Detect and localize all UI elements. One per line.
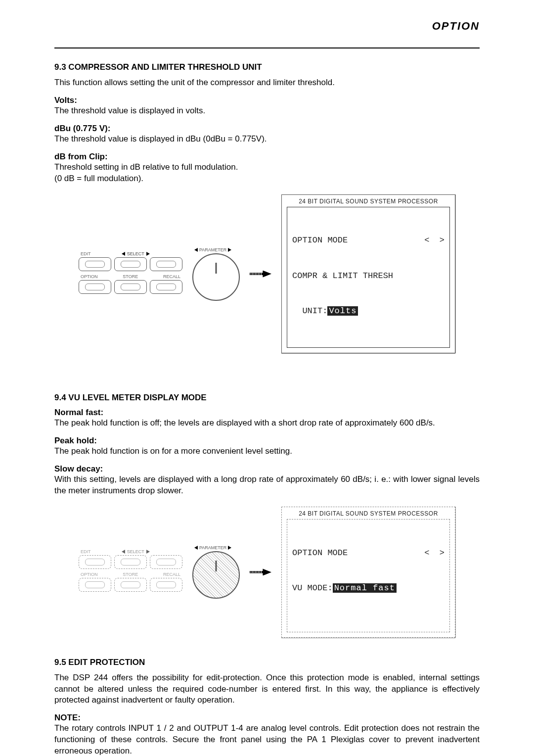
lcd-screen: OPTION MODE < > COMPR & LIMIT THRESH UNI…: [287, 207, 450, 348]
lcd-display-2: 24 BIT DIGITAL SOUND SYSTEM PROCESSOR OP…: [281, 507, 455, 637]
arrow-right-icon: [250, 568, 271, 575]
section-95-p1: The DSP 244 offers the possibility for e…: [54, 672, 480, 707]
peakhold-text: The peak hold function is on for a more …: [54, 446, 480, 457]
slowdecay-text: With this setting, levels are displayed …: [54, 474, 480, 497]
panel-option-label: OPTION: [81, 572, 98, 577]
panel-edit-label: EDIT: [81, 251, 91, 256]
panel-button: [114, 555, 147, 569]
normalfast-label: Normal fast:: [54, 408, 480, 418]
triangle-left-icon: [194, 248, 198, 252]
lcd-line1-left: OPTION MODE: [292, 547, 348, 559]
control-panel: EDIT SELECT OPTION STORE RECALL: [79, 251, 182, 297]
panel-button: [150, 555, 182, 569]
diagram-93: EDIT SELECT OPTION STORE RECALL: [54, 194, 480, 354]
lcd-line1-right: < >: [424, 235, 445, 246]
panel-button: [114, 578, 147, 592]
panel-button: [114, 280, 147, 294]
panel-recall-label: RECALL: [163, 572, 180, 577]
triangle-left-icon: [194, 546, 198, 550]
arrow-right-icon: [250, 271, 271, 278]
parameter-knob-group: PARAMETER: [192, 247, 240, 301]
triangle-right-icon: [228, 248, 231, 252]
normalfast-text: The peak hold function is off; the level…: [54, 418, 480, 429]
panel-store-label: STORE: [123, 572, 138, 577]
dbclip-text1: Threshold setting in dB relative to full…: [54, 162, 480, 173]
lcd-title: 24 BIT DIGITAL SOUND SYSTEM PROCESSOR: [287, 510, 450, 517]
dbu-label: dBu (0.775 V):: [54, 124, 480, 134]
page-header-title: OPTION: [54, 20, 480, 36]
panel-button: [79, 257, 111, 271]
dbclip-text2: (0 dB = full modulation).: [54, 173, 480, 185]
volts-label: Volts:: [54, 95, 480, 105]
panel-button: [79, 280, 111, 294]
triangle-left-icon: [122, 550, 125, 554]
panel-edit-label: EDIT: [81, 549, 91, 554]
panel-button: [114, 257, 147, 271]
panel-button: [150, 257, 182, 271]
lcd-line3-prefix: UNIT:: [292, 306, 327, 316]
parameter-knob-group: PARAMETER: [192, 545, 240, 599]
section-93-heading: 9.3 COMPRESSOR AND LIMITER THRESHOLD UNI…: [54, 62, 480, 72]
lcd-line1-right: < >: [424, 547, 445, 559]
parameter-label: PARAMETER: [199, 545, 226, 550]
panel-store-label: STORE: [123, 274, 138, 279]
header-rule: [54, 47, 480, 48]
triangle-right-icon: [146, 550, 150, 554]
panel-button: [150, 578, 182, 592]
control-panel: EDIT SELECT OPTION STORE RECALL: [79, 549, 182, 595]
note-text: The rotary controls INPUT 1 / 2 and OUTP…: [54, 723, 480, 756]
section-93-intro: This function allows setting the unit of…: [54, 77, 480, 89]
triangle-right-icon: [146, 252, 150, 256]
parameter-label: PARAMETER: [199, 247, 226, 252]
panel-button: [79, 578, 111, 592]
panel-button: [150, 280, 182, 294]
lcd-display-1: 24 BIT DIGITAL SOUND SYSTEM PROCESSOR OP…: [281, 194, 455, 354]
lcd-screen: OPTION MODE < > VU MODE:Normal fast: [287, 519, 450, 632]
lcd-line1-left: OPTION MODE: [292, 235, 348, 246]
diagram-94: EDIT SELECT OPTION STORE RECALL: [54, 507, 480, 637]
peakhold-label: Peak hold:: [54, 436, 480, 446]
lcd-line2: COMPR & LIMIT THRESH: [292, 270, 445, 282]
section-94-heading: 9.4 VU LEVEL METER DISPLAY MODE: [54, 393, 480, 403]
lcd-title: 24 BIT DIGITAL SOUND SYSTEM PROCESSOR: [287, 198, 450, 205]
slowdecay-label: Slow decay:: [54, 464, 480, 474]
section-95-heading: 9.5 EDIT PROTECTION: [54, 658, 480, 667]
panel-recall-label: RECALL: [163, 274, 180, 279]
note-label: NOTE:: [54, 713, 480, 723]
dbu-text: The threshold value is displayed in dBu …: [54, 134, 480, 145]
dbclip-label: dB from Clip:: [54, 152, 480, 162]
triangle-right-icon: [228, 546, 231, 550]
panel-button: [79, 555, 111, 569]
lcd-line2-prefix: VU MODE:: [292, 583, 333, 593]
lcd-line2-value: Normal fast: [333, 583, 397, 593]
volts-text: The threshold value is displayed in volt…: [54, 105, 480, 117]
triangle-left-icon: [122, 252, 125, 256]
panel-select-label: SELECT: [91, 549, 180, 554]
parameter-knob-icon: [192, 253, 240, 301]
panel-select-label: SELECT: [91, 251, 180, 256]
parameter-knob-icon: [192, 551, 240, 599]
lcd-line3-value: Volts: [327, 306, 358, 316]
panel-option-label: OPTION: [81, 274, 98, 279]
